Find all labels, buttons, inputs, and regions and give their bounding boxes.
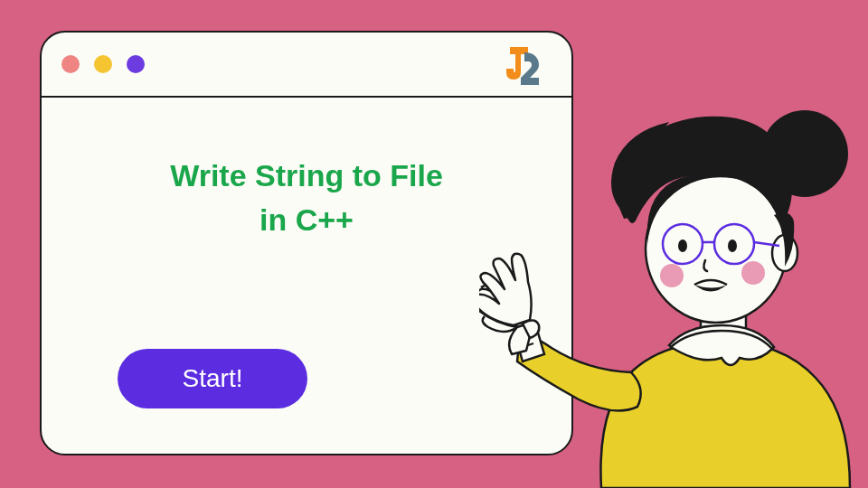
titlebar [42,33,571,98]
title-line-2: in C++ [259,202,354,237]
traffic-lights [61,55,145,73]
close-dot-icon [61,55,80,73]
character-illustration [479,90,868,488]
svg-point-9 [728,239,737,252]
maximize-dot-icon [127,55,145,73]
minimize-dot-icon [94,55,112,73]
svg-point-8 [678,239,687,252]
logo-icon [501,45,544,90]
svg-point-10 [660,264,684,287]
title-line-1: Write String to File [170,158,443,192]
svg-point-11 [741,261,765,285]
start-button-label: Start! [183,364,243,393]
start-button[interactable]: Start! [118,349,307,408]
